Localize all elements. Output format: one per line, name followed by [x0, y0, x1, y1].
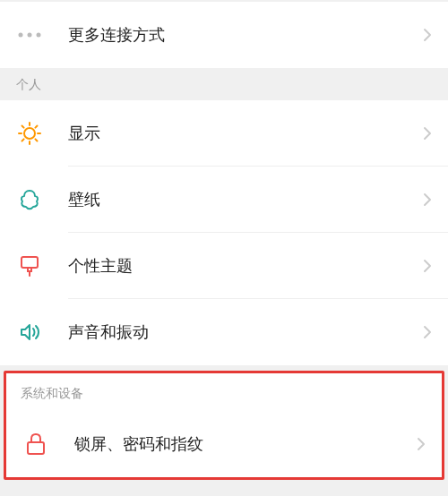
svg-line-11 [35, 126, 37, 128]
svg-point-0 [19, 33, 23, 38]
item-label: 显示 [68, 123, 423, 144]
section-header-system: 系统和设备 [6, 373, 442, 411]
item-display[interactable]: 显示 [0, 100, 448, 167]
chevron-right-icon [423, 126, 432, 141]
svg-line-10 [22, 139, 24, 141]
item-wallpaper[interactable]: 壁纸 [0, 167, 448, 233]
chevron-right-icon [423, 259, 432, 273]
item-label: 壁纸 [68, 189, 423, 210]
item-lockscreen[interactable]: 锁屏、密码和指纹 [6, 411, 442, 477]
svg-line-8 [22, 126, 24, 128]
chevron-right-icon [417, 437, 426, 451]
speaker-icon [16, 320, 43, 345]
chevron-right-icon [423, 325, 432, 339]
item-theme[interactable]: 个性主题 [0, 233, 448, 299]
highlight-box: 系统和设备 锁屏、密码和指纹 [4, 371, 444, 480]
item-label: 声音和振动 [68, 321, 423, 343]
chevron-right-icon [423, 192, 432, 207]
group-personal: 显示 壁纸 个性主题 [0, 100, 448, 365]
item-label: 更多连接方式 [68, 24, 423, 46]
chevron-right-icon [423, 28, 432, 42]
dots-icon [16, 32, 43, 38]
svg-point-1 [28, 33, 32, 38]
item-label: 个性主题 [68, 255, 423, 277]
item-sound[interactable]: 声音和振动 [0, 299, 448, 365]
section-header-personal: 个人 [0, 68, 448, 100]
svg-rect-15 [28, 442, 44, 454]
svg-point-3 [24, 128, 35, 139]
group-top: 更多连接方式 [0, 2, 448, 68]
flower-icon [16, 187, 43, 212]
item-label: 锁屏、密码和指纹 [74, 433, 417, 455]
svg-line-9 [35, 139, 37, 141]
item-more-connections[interactable]: 更多连接方式 [0, 2, 448, 68]
brush-icon [16, 253, 43, 278]
lock-icon [22, 432, 49, 457]
svg-point-2 [37, 33, 41, 38]
sun-icon [16, 121, 43, 146]
svg-rect-12 [22, 257, 38, 268]
group-system: 锁屏、密码和指纹 [6, 411, 442, 477]
